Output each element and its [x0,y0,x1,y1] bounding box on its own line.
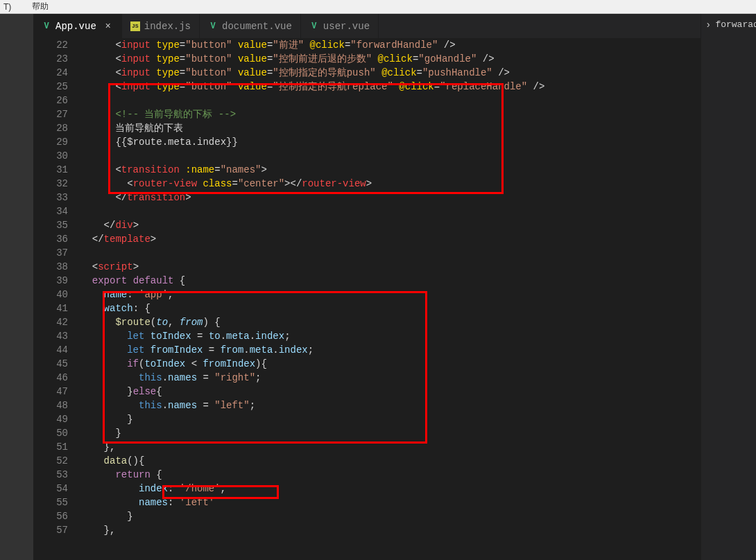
menu-item-help[interactable]: 帮助 [32,1,49,12]
code-line[interactable]: return { [80,468,701,482]
code-line[interactable]: names: 'left' [80,496,701,509]
tab-label: document.vue [222,21,292,32]
line-number: 27 [33,107,68,121]
breadcrumb-item[interactable]: forwaradH [715,18,756,31]
code-line[interactable]: export default { [80,274,701,288]
line-number: 45 [33,357,68,371]
code-line[interactable]: 当前导航的下表 [80,121,701,135]
tab-label: user.vue [323,21,370,32]
code-line[interactable]: </div> [80,218,701,232]
line-number: 51 [33,440,68,454]
code-line[interactable]: <!-- 当前导航的下标 --> [80,107,701,121]
code-line[interactable]: this.names = "left"; [80,399,701,412]
line-number: 40 [33,288,68,301]
code-line[interactable]: <script> [80,260,701,274]
code-line[interactable]: let fromIndex = from.meta.index; [80,343,701,357]
activity-bar[interactable] [0,14,33,560]
line-number: 57 [33,523,68,537]
js-icon: JS [130,21,140,31]
code-line[interactable]: <input type="button" value="控制指定的导航push"… [80,66,701,80]
code-line[interactable]: index: '/home', [80,482,701,496]
line-number: 24 [33,66,68,80]
code-line[interactable]: {{$route.meta.index}} [80,135,701,149]
code-line[interactable]: }else{ [80,385,701,399]
code-line[interactable]: <router-view class="center"></router-vie… [80,177,701,191]
line-number: 32 [33,177,68,191]
editor-group: VApp.vue×JSindex.jsVdocument.vueVuser.vu… [33,14,701,560]
line-number: 42 [33,315,68,329]
code-line[interactable]: if(toIndex < fromIndex){ [80,357,701,371]
line-number: 25 [33,80,68,94]
code-line[interactable]: <transition :name="names"> [80,163,701,177]
window-menu-bar: T) 帮助 [0,0,756,14]
vue-icon: V [309,21,319,31]
tab-user-vue[interactable]: Vuser.vue [301,14,379,38]
tab-index-js[interactable]: JSindex.js [122,14,200,38]
vue-icon: V [208,21,218,31]
line-number: 34 [33,204,68,218]
code-line[interactable] [80,204,701,218]
tab-document-vue[interactable]: Vdocument.vue [200,14,301,38]
code-area[interactable]: <input type="button" value="前进" @click="… [80,38,701,560]
code-line[interactable] [80,246,701,260]
breadcrumb-panel: › forwaradH [701,14,756,560]
line-number: 31 [33,163,68,177]
code-line[interactable]: this.names = "right"; [80,371,701,385]
code-line[interactable]: }, [80,440,701,454]
code-line[interactable] [80,94,701,107]
line-number: 41 [33,301,68,315]
code-line[interactable]: <input type="button" value="控制指定的导航repla… [80,80,701,94]
line-number-gutter: 2223242526272829303132333435363738394041… [33,38,80,560]
code-line[interactable]: name: 'app', [80,288,701,301]
line-number: 47 [33,385,68,399]
line-number: 29 [33,135,68,149]
code-line[interactable]: let toIndex = to.meta.index; [80,329,701,343]
code-line[interactable]: } [80,412,701,426]
code-line[interactable]: </transition> [80,191,701,204]
line-number: 46 [33,371,68,385]
line-number: 37 [33,246,68,260]
line-number: 53 [33,468,68,482]
line-number: 22 [33,38,68,52]
code-line[interactable]: } [80,426,701,440]
code-line[interactable]: <input type="button" value="控制前进后退的步数" @… [80,52,701,66]
close-icon[interactable]: × [103,21,113,32]
tab-bar: VApp.vue×JSindex.jsVdocument.vueVuser.vu… [33,14,701,38]
line-number: 38 [33,260,68,274]
line-number: 23 [33,52,68,66]
code-line[interactable]: watch: { [80,301,701,315]
tab-label: App.vue [55,21,96,32]
line-number: 35 [33,218,68,232]
editor-viewport[interactable]: 2223242526272829303132333435363738394041… [33,38,701,560]
line-number: 39 [33,274,68,288]
tab-label: index.js [144,21,191,32]
line-number: 49 [33,412,68,426]
line-number: 44 [33,343,68,357]
code-line[interactable]: <input type="button" value="前进" @click="… [80,38,701,52]
code-line[interactable]: } [80,509,701,523]
line-number: 50 [33,426,68,440]
code-line[interactable]: data(){ [80,454,701,468]
line-number: 33 [33,191,68,204]
workspace: VApp.vue×JSindex.jsVdocument.vueVuser.vu… [0,14,756,560]
line-number: 54 [33,482,68,496]
tab-App-vue[interactable]: VApp.vue× [33,14,122,38]
vue-icon: V [42,21,51,31]
menu-item-t[interactable]: T) [3,2,11,12]
line-number: 30 [33,149,68,163]
line-number: 52 [33,454,68,468]
line-number: 43 [33,329,68,343]
code-line[interactable]: </template> [80,232,701,246]
line-number: 26 [33,94,68,107]
chevron-right-icon[interactable]: › [701,18,715,32]
line-number: 56 [33,509,68,523]
code-line[interactable]: $route(to, from) { [80,315,701,329]
line-number: 28 [33,121,68,135]
line-number: 36 [33,232,68,246]
line-number: 55 [33,496,68,509]
code-line[interactable] [80,149,701,163]
code-line[interactable]: }, [80,523,701,537]
line-number: 48 [33,399,68,412]
